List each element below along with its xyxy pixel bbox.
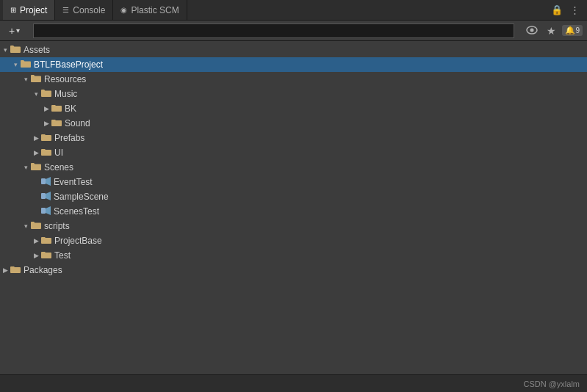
- tab-project[interactable]: ⊞ Project: [3, 0, 55, 20]
- tree-item-scenestest[interactable]: ScenesTest: [0, 204, 587, 219]
- tree-arrow: ▾: [21, 164, 31, 171]
- tree-item-test[interactable]: ▶ Test: [0, 248, 587, 263]
- tree-item-label: Test: [54, 250, 71, 261]
- toolbar-right: ★ 🔔9: [523, 23, 583, 38]
- tree-item-btlf[interactable]: ▾ BTLFBaseProject: [0, 57, 587, 72]
- scene-icon: [41, 206, 51, 217]
- tree-arrow: ▾: [10, 61, 21, 68]
- tree-item-label: scripts: [44, 221, 70, 231]
- tree-arrow: ▶: [31, 252, 41, 259]
- folder-icon: [31, 221, 41, 232]
- tab-bar-controls: 🔒 ⋮: [550, 4, 584, 17]
- tree-item-label: Packages: [24, 265, 62, 275]
- search-box: [33, 23, 514, 38]
- svg-rect-4: [41, 193, 46, 199]
- tab-console[interactable]: ☰ Console: [55, 0, 113, 20]
- folder-icon: [41, 89, 51, 100]
- add-dropdown-icon: ▾: [16, 26, 20, 35]
- tree-arrow: ▶: [0, 266, 10, 274]
- folder-icon: [41, 133, 51, 144]
- svg-rect-2: [41, 178, 46, 184]
- tree-arrow: ▶: [31, 237, 41, 244]
- star-icon[interactable]: ★: [544, 23, 559, 38]
- folder-icon: [31, 74, 41, 85]
- tree-item-label: Music: [54, 89, 77, 99]
- tree-item-packages[interactable]: ▶ Packages: [0, 263, 587, 277]
- tab-bar-left: ⊞ Project ☰ Console ◉ Plastic SCM: [3, 0, 187, 20]
- add-button[interactable]: + ▾: [4, 23, 24, 38]
- folder-icon: [51, 104, 62, 115]
- folder-icon: [31, 162, 41, 173]
- folder-icon: [41, 236, 51, 247]
- footer: CSDN @yxlalm: [0, 374, 587, 392]
- tree-item-samplescene[interactable]: SampleScene: [0, 189, 587, 204]
- tree-item-label: BTLFBaseProject: [34, 59, 103, 70]
- tree-item-label: SampleScene: [54, 192, 109, 202]
- tree-item-label: UI: [54, 148, 63, 158]
- tree-arrow: ▾: [21, 222, 31, 230]
- tree-item-music[interactable]: ▾ Music: [0, 87, 587, 101]
- tree-item-label: Assets: [24, 45, 50, 55]
- toolbar: + ▾ ★ 🔔9: [0, 21, 587, 41]
- tree-item-label: ProjectBase: [54, 236, 102, 246]
- menu-dots-icon[interactable]: ⋮: [568, 4, 581, 17]
- svg-marker-7: [46, 206, 51, 215]
- tree-item-ui[interactable]: ▶ UI: [0, 145, 587, 160]
- folder-icon: [41, 148, 51, 159]
- svg-point-1: [530, 28, 534, 32]
- console-tab-label: Console: [73, 5, 105, 15]
- plastic-tab-label: Plastic SCM: [131, 5, 179, 15]
- tree-item-prefabs[interactable]: ▶ Prefabs: [0, 131, 587, 145]
- tab-plastic-scm[interactable]: ◉ Plastic SCM: [113, 0, 187, 20]
- project-tab-label: Project: [20, 5, 47, 15]
- tree-arrow: ▶: [31, 134, 41, 142]
- tree-item-scenes[interactable]: ▾ Scenes: [0, 160, 587, 175]
- footer-text: CSDN @yxlalm: [523, 380, 580, 388]
- folder-icon: [41, 250, 51, 261]
- tree-arrow: ▶: [41, 105, 51, 112]
- plastic-tab-icon: ◉: [120, 6, 127, 14]
- folder-icon: [51, 118, 62, 129]
- tree-item-assets[interactable]: ▾ Assets: [0, 43, 587, 57]
- badge-count[interactable]: 🔔9: [562, 25, 583, 36]
- folder-icon: [10, 265, 21, 276]
- folder-icon: [21, 59, 31, 70]
- tree-item-eventtest[interactable]: EventTest: [0, 175, 587, 189]
- tab-bar: ⊞ Project ☰ Console ◉ Plastic SCM 🔒 ⋮: [0, 0, 587, 21]
- tree-item-bk[interactable]: ▶ BK: [0, 101, 587, 116]
- tree-item-projectbase[interactable]: ▶ ProjectBase: [0, 233, 587, 248]
- add-label: +: [9, 25, 15, 37]
- badge-icon: 🔔: [565, 26, 575, 35]
- tree-item-label: Resources: [44, 74, 86, 84]
- tree-item-label: Prefabs: [54, 133, 84, 143]
- tree-arrow: ▶: [41, 120, 51, 127]
- eye-icon[interactable]: [523, 23, 541, 38]
- console-tab-icon: ☰: [62, 6, 69, 14]
- svg-marker-3: [46, 177, 51, 186]
- scene-icon: [41, 177, 51, 187]
- project-tab-icon: ⊞: [10, 6, 16, 14]
- tree-arrow: ▾: [21, 76, 31, 83]
- svg-marker-5: [46, 192, 51, 200]
- tree-view[interactable]: ▾ Assets▾ BTLFBaseProject▾ Resources▾ Mu…: [0, 41, 587, 374]
- tree-item-label: Scenes: [44, 162, 73, 173]
- tree-item-label: BK: [65, 104, 76, 114]
- folder-icon: [10, 45, 21, 56]
- tree-item-resources[interactable]: ▾ Resources: [0, 72, 587, 87]
- tree-item-label: ScenesTest: [54, 206, 99, 217]
- tree-arrow: ▾: [31, 90, 41, 98]
- search-input[interactable]: [33, 23, 514, 38]
- svg-rect-6: [41, 208, 46, 214]
- tree-item-label: Sound: [65, 118, 90, 128]
- lock-icon[interactable]: 🔒: [550, 4, 563, 17]
- tree-item-scripts[interactable]: ▾ scripts: [0, 219, 587, 233]
- tree-item-sound[interactable]: ▶ Sound: [0, 116, 587, 131]
- scene-icon: [41, 192, 51, 202]
- tree-arrow: ▶: [31, 149, 41, 156]
- tree-item-label: EventTest: [54, 177, 93, 187]
- tree-arrow: ▾: [0, 46, 10, 54]
